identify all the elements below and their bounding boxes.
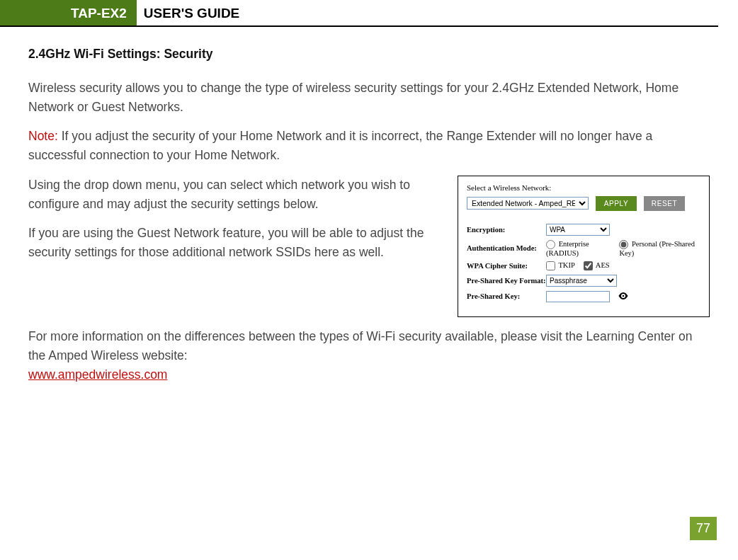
svg-point-0	[623, 295, 625, 297]
select-network-label: Select a Wireless Network:	[467, 183, 700, 192]
eye-icon[interactable]	[618, 291, 628, 302]
psk-format-label: Pre-Shared Key Format:	[467, 277, 546, 285]
settings-screenshot: Select a Wireless Network: Extended Netw…	[458, 176, 710, 317]
cipher-aes-checkbox[interactable]	[584, 261, 593, 270]
network-select[interactable]: Extended Network - Amped_REC15A_2.4	[467, 197, 589, 210]
dropdown-paragraph: Using the drop down menu, you can select…	[28, 176, 445, 214]
note-text: If you adjust the security of your Home …	[28, 129, 652, 162]
note-label: Note:	[28, 129, 58, 143]
auth-enterprise-option[interactable]: Enterprise (RADIUS)	[546, 240, 611, 257]
page-content: 2.4GHz Wi-Fi Settings: Security Wireless…	[0, 27, 738, 384]
auth-personal-option[interactable]: Personal (Pre-Shared Key)	[619, 240, 696, 257]
encryption-select[interactable]: WPA	[546, 224, 610, 236]
cipher-tkip-text: TKIP	[558, 261, 574, 269]
psk-label: Pre-Shared Key:	[467, 292, 546, 300]
guide-title: USER'S GUIDE	[137, 0, 239, 25]
more-info-paragraph: For more information on the differences …	[28, 327, 710, 384]
cipher-tkip-checkbox[interactable]	[546, 261, 555, 270]
reset-button[interactable]: RESET	[644, 196, 685, 211]
section-heading: 2.4GHz Wi-Fi Settings: Security	[28, 47, 710, 62]
auth-enterprise-radio[interactable]	[546, 240, 555, 249]
website-link[interactable]: www.ampedwireless.com	[28, 367, 167, 382]
more-info-text: For more information on the differences …	[28, 329, 692, 362]
cipher-aes-option[interactable]: AES	[584, 261, 610, 270]
note-paragraph: Note: If you adjust the security of your…	[28, 127, 710, 165]
product-badge: TAP-EX2	[0, 0, 137, 25]
cipher-aes-text: AES	[596, 261, 610, 269]
apply-button[interactable]: APPLY	[596, 196, 637, 211]
auth-mode-label: Authentication Mode:	[467, 244, 546, 252]
cipher-tkip-option[interactable]: TKIP	[546, 261, 575, 270]
encryption-label: Encryption:	[467, 226, 546, 234]
cipher-label: WPA Cipher Suite:	[467, 262, 546, 270]
psk-format-select[interactable]: Passphrase	[546, 275, 617, 287]
psk-input[interactable]	[546, 291, 610, 302]
guest-paragraph: If you are using the Guest Network featu…	[28, 224, 445, 262]
intro-paragraph: Wireless security allows you to change t…	[28, 79, 710, 117]
page-number: 77	[690, 517, 717, 540]
page-header: TAP-EX2 USER'S GUIDE	[0, 0, 718, 27]
auth-personal-radio[interactable]	[619, 240, 628, 249]
auth-personal-text: Personal (Pre-Shared Key)	[619, 240, 695, 257]
